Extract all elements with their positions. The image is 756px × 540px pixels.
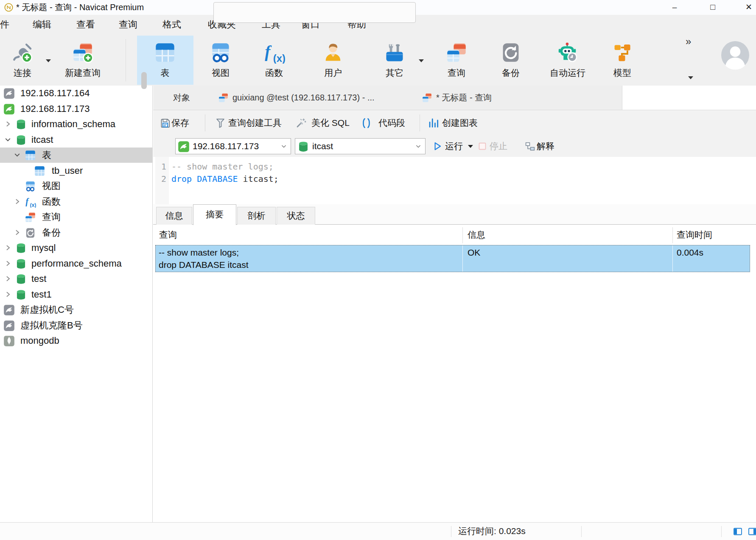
query-toolbar-label: 代码段: [378, 110, 405, 136]
run-options-caret-icon[interactable]: [468, 145, 473, 148]
tree-item-mysql[interactable]: mysql: [0, 240, 153, 256]
toggle-right-panel-icon[interactable]: [748, 526, 756, 537]
maximize-button[interactable]: □: [700, 0, 725, 15]
editor-code-line[interactable]: drop DATABASE itcast;: [171, 173, 279, 185]
tab-guixiang-box[interactable]: [213, 2, 416, 23]
explain-icon[interactable]: [525, 141, 535, 152]
query-tab-icon: [218, 92, 229, 103]
tree-item--[interactable]: 视图: [0, 178, 153, 194]
table-icon: [25, 150, 36, 161]
result-tab-3[interactable]: 剖析: [237, 207, 276, 225]
column-header-query[interactable]: 查询: [159, 225, 177, 245]
toolbar-button-query[interactable]: 查询: [436, 36, 477, 84]
menu-item-4[interactable]: 查询: [119, 15, 137, 34]
tree-item-itcast[interactable]: itcast: [0, 132, 153, 148]
beautify-icon: [295, 117, 307, 129]
column-header-info[interactable]: 信息: [468, 225, 485, 245]
tree-collapsed-icon[interactable]: [3, 274, 12, 283]
tree-item-tb_user[interactable]: tb_user: [0, 163, 153, 178]
tree-collapsed-icon[interactable]: [3, 290, 12, 299]
user-avatar[interactable]: [720, 40, 750, 70]
tree-item-information_schema[interactable]: information_schema: [0, 117, 153, 132]
svg-text:(x): (x): [30, 202, 36, 208]
connection-select[interactable]: 192.168.117.173: [175, 138, 291, 154]
toolbar-dropdown-caret-icon[interactable]: [419, 59, 424, 62]
query-toolbar-label: 美化 SQL: [311, 110, 350, 136]
tree-item-performance_schema[interactable]: performance_schema: [0, 256, 153, 271]
tree-item-label: performance_schema: [31, 256, 122, 271]
query-tab-icon: [422, 92, 432, 103]
window-title: * 无标题 - 查询 - Navicat Premium: [16, 0, 144, 15]
save-icon: [160, 117, 171, 129]
toolbar-button-view[interactable]: 视图: [200, 36, 241, 84]
toolbar-button-backup[interactable]: 备份: [490, 36, 531, 84]
tree-collapsed-icon[interactable]: [3, 120, 12, 128]
row-column-divider: [672, 245, 673, 272]
tree-collapsed-icon[interactable]: [13, 197, 22, 206]
result-tab-4[interactable]: 状态: [277, 207, 315, 225]
tree-item-mongodb[interactable]: mongodb: [0, 333, 153, 348]
toolbar-overflow-chevron[interactable]: »: [686, 36, 691, 47]
tree-item-label: 查询: [42, 209, 61, 225]
tree-item-label: 192.168.117.164: [20, 86, 90, 101]
result-tab-2[interactable]: 摘要: [193, 204, 236, 225]
column-header-time[interactable]: 查询时间: [677, 225, 712, 245]
tree-item-label: mongodb: [20, 333, 59, 348]
tree-item--[interactable]: 备份: [0, 225, 153, 240]
menu-item-2[interactable]: 编辑: [33, 15, 51, 34]
tree-item--[interactable]: 表: [0, 148, 153, 163]
minimize-button[interactable]: –: [662, 0, 687, 15]
tree-item--[interactable]: 查询: [0, 209, 153, 225]
tree-expanded-icon[interactable]: [3, 135, 12, 144]
toolbar-button-model[interactable]: 模型: [602, 36, 643, 84]
svg-text:f: f: [265, 42, 272, 61]
toolbar-button-connect[interactable]: 连接: [2, 36, 43, 84]
tree-item-label: itcast: [31, 132, 53, 148]
tree-item--[interactable]: f(x)函数: [0, 194, 153, 209]
menu-item-5[interactable]: 格式: [162, 15, 181, 34]
toolbar-button-function[interactable]: f(x)函数: [254, 36, 294, 84]
toolbar-button-label: 新建查询: [65, 67, 101, 79]
toolbar-button-new-query[interactable]: 新建查询: [57, 36, 108, 84]
tree-item--c-[interactable]: 新虚拟机C号: [0, 302, 153, 317]
column-divider[interactable]: [672, 227, 673, 243]
tree-item-test1[interactable]: test1: [0, 287, 153, 302]
result-tab-1[interactable]: 信息: [156, 207, 192, 225]
toolbar-button-table[interactable]: 表: [145, 36, 185, 84]
tree-collapsed-icon[interactable]: [3, 243, 12, 252]
tree-item-label: information_schema: [31, 117, 115, 132]
menu-item-1[interactable]: 文件: [0, 15, 9, 34]
run-icon[interactable]: [432, 141, 443, 152]
result-table-row-selected[interactable]: -- show master logs; drop DATABASE itcas…: [155, 245, 750, 272]
status-separator: [721, 526, 722, 537]
tree-collapsed-icon[interactable]: [3, 259, 12, 268]
tree-item-192-168-117-164[interactable]: 192.168.117.164: [0, 86, 153, 101]
table-icon: [34, 165, 45, 177]
explain-button[interactable]: 解释: [537, 136, 554, 157]
result-table-header: 查询 信息 查询时间: [153, 225, 756, 245]
run-button[interactable]: 运行: [445, 136, 463, 157]
toolbar-button-label: 函数: [265, 67, 283, 79]
toggle-left-panel-icon[interactable]: [733, 526, 743, 537]
query-icon: [25, 212, 36, 223]
tree-item-label: test1: [31, 287, 52, 302]
tree-item-test[interactable]: test: [0, 271, 153, 287]
main-toolbar: 连接新建查询表视图f(x)函数用户其它查询备份自动运行模型 »: [0, 34, 756, 86]
column-divider[interactable]: [462, 227, 463, 243]
sidebar-scrollbar[interactable]: [141, 72, 147, 89]
tree-item-label: 备份: [42, 225, 61, 240]
toolbar-button-user[interactable]: 用户: [313, 36, 353, 84]
tree-item-192-168-117-173[interactable]: 192.168.117.173: [0, 101, 153, 117]
database-select[interactable]: itcast: [295, 138, 426, 154]
toolbar-overflow-caret-icon[interactable]: [688, 76, 693, 79]
editor-code-line[interactable]: -- show master logs;: [171, 161, 274, 173]
tree-expanded-icon[interactable]: [13, 150, 22, 159]
menu-item-3[interactable]: 查看: [76, 15, 95, 34]
toolbar-button-automation[interactable]: 自动运行: [542, 36, 593, 84]
toolbar-dropdown-caret-icon[interactable]: [46, 59, 51, 62]
tree-collapsed-icon[interactable]: [13, 228, 22, 237]
connect-icon: [11, 42, 34, 64]
close-button[interactable]: ✕: [736, 0, 756, 15]
toolbar-button-others[interactable]: 其它: [374, 36, 415, 84]
tree-item--b-[interactable]: 虚拟机克隆B号: [0, 318, 153, 333]
